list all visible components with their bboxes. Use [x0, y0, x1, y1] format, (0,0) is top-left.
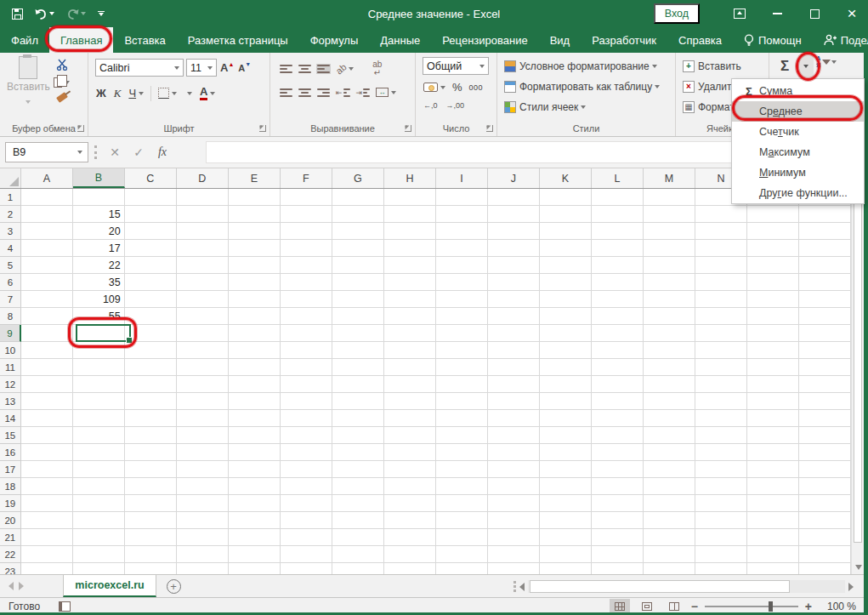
name-box[interactable]: B9 — [5, 142, 88, 162]
cell-M2[interactable] — [644, 206, 695, 223]
cell-K21[interactable] — [540, 529, 592, 546]
paste-button[interactable]: Вставить — [7, 56, 49, 106]
cell-I14[interactable] — [436, 410, 488, 427]
customize-qat-icon[interactable] — [98, 11, 105, 17]
row-header-17[interactable]: 17 — [0, 461, 21, 478]
cell-L19[interactable] — [592, 495, 644, 512]
cell-P5[interactable] — [799, 257, 851, 274]
cell-I16[interactable] — [436, 444, 488, 461]
cell-F18[interactable] — [281, 478, 332, 495]
row-header-11[interactable]: 11 — [0, 359, 21, 376]
cell-A9[interactable] — [21, 325, 73, 342]
cell-P3[interactable] — [799, 223, 851, 240]
cell-O4[interactable] — [747, 240, 799, 257]
column-header-J[interactable]: J — [488, 168, 540, 188]
cell-O23[interactable] — [747, 563, 799, 574]
cell-N7[interactable] — [695, 291, 747, 308]
column-header-L[interactable]: L — [592, 168, 644, 188]
cell-H13[interactable] — [384, 393, 436, 410]
cell-I22[interactable] — [436, 546, 488, 563]
tab-insert[interactable]: Вставка — [113, 27, 176, 53]
horizontal-scroll-thumb[interactable] — [530, 580, 790, 593]
cell-C10[interactable] — [125, 342, 177, 359]
cell-L22[interactable] — [592, 546, 644, 563]
percent-style-button[interactable]: % — [451, 80, 463, 94]
tab-share[interactable]: Поделиться — [813, 27, 868, 53]
tab-formulas[interactable]: Формулы — [299, 27, 370, 53]
cell-G1[interactable] — [332, 189, 384, 206]
redo-icon[interactable] — [66, 9, 86, 20]
cell-D12[interactable] — [177, 376, 229, 393]
cell-F12[interactable] — [281, 376, 332, 393]
cell-K20[interactable] — [540, 512, 592, 529]
cell-O21[interactable] — [747, 529, 799, 546]
cell-P9[interactable] — [799, 325, 851, 342]
sheet-nav-right-icon[interactable] — [10, 575, 32, 597]
menu-item-more-functions[interactable]: Другие функции... — [732, 183, 864, 203]
cell-N4[interactable] — [695, 240, 747, 257]
cell-L23[interactable] — [592, 563, 644, 574]
macro-record-icon[interactable] — [59, 601, 71, 612]
sort-filter-button[interactable]: АЯ — [816, 55, 837, 70]
cell-D5[interactable] — [177, 257, 229, 274]
cell-A20[interactable] — [21, 512, 73, 529]
cell-P12[interactable] — [799, 376, 851, 393]
number-format-combo[interactable]: Общий — [423, 57, 489, 75]
cell-C9[interactable] — [125, 325, 177, 342]
conditional-formatting-button[interactable]: Условное форматирование — [504, 56, 657, 76]
cell-C3[interactable] — [125, 223, 177, 240]
cell-M15[interactable] — [644, 427, 695, 444]
cell-E14[interactable] — [229, 410, 281, 427]
column-header-M[interactable]: M — [644, 168, 695, 188]
cell-A15[interactable] — [21, 427, 73, 444]
vertical-scroll-thumb[interactable] — [854, 185, 862, 543]
autosum-button[interactable]: Σ — [772, 55, 797, 77]
row-header-5[interactable]: 5 — [0, 257, 21, 274]
cell-J13[interactable] — [488, 393, 540, 410]
merge-center-button[interactable]: ↔ — [375, 87, 397, 98]
cell-B5[interactable]: 22 — [73, 257, 125, 274]
cell-N20[interactable] — [695, 512, 747, 529]
cell-I11[interactable] — [436, 359, 488, 376]
cell-H20[interactable] — [384, 512, 436, 529]
cell-E21[interactable] — [229, 529, 281, 546]
tab-assistant[interactable]: Помощн — [733, 27, 813, 53]
cell-H10[interactable] — [384, 342, 436, 359]
cell-B21[interactable] — [73, 529, 125, 546]
fill-color-button[interactable] — [184, 91, 193, 96]
cell-C17[interactable] — [125, 461, 177, 478]
cell-B8[interactable]: 55 — [73, 308, 125, 325]
cell-L1[interactable] — [592, 189, 644, 206]
row-header-6[interactable]: 6 — [0, 274, 21, 291]
cell-K23[interactable] — [540, 563, 592, 574]
ribbon-display-options-icon[interactable] — [723, 0, 756, 27]
cell-B14[interactable] — [73, 410, 125, 427]
row-header-15[interactable]: 15 — [0, 427, 21, 444]
format-cells-button[interactable]: ▦Формат — [683, 97, 735, 117]
cell-A5[interactable] — [21, 257, 73, 274]
align-top-button[interactable] — [279, 64, 293, 74]
zoom-slider[interactable] — [705, 606, 798, 607]
menu-item-min[interactable]: Минимум — [732, 162, 864, 183]
cell-L14[interactable] — [592, 410, 644, 427]
cell-K10[interactable] — [540, 342, 592, 359]
cell-M7[interactable] — [644, 291, 695, 308]
font-name-combo[interactable]: Calibri — [95, 59, 184, 77]
cell-B2[interactable]: 15 — [73, 206, 125, 223]
row-header-19[interactable]: 19 — [0, 495, 21, 512]
cell-I20[interactable] — [436, 512, 488, 529]
cell-H11[interactable] — [384, 359, 436, 376]
cell-M17[interactable] — [644, 461, 695, 478]
cell-D1[interactable] — [177, 189, 229, 206]
cell-L20[interactable] — [592, 512, 644, 529]
cell-F7[interactable] — [281, 291, 332, 308]
increase-decimal-button[interactable]: ←,0 — [423, 100, 439, 111]
menu-item-count[interactable]: Счетчик — [732, 122, 864, 142]
cell-C11[interactable] — [125, 359, 177, 376]
cell-H23[interactable] — [384, 563, 436, 574]
close-button[interactable]: × — [836, 0, 868, 27]
cell-F23[interactable] — [281, 563, 332, 574]
row-header-7[interactable]: 7 — [0, 291, 21, 308]
cell-B1[interactable] — [73, 189, 125, 206]
cell-P16[interactable] — [799, 444, 851, 461]
